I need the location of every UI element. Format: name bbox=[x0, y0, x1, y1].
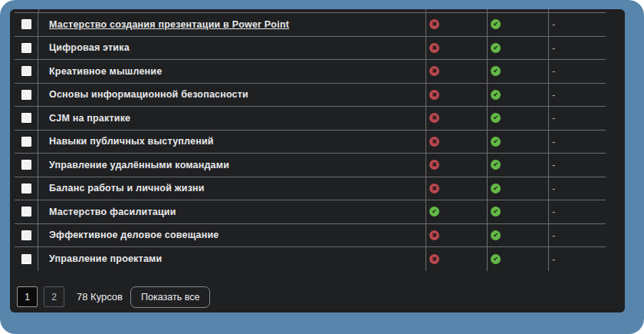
pagination: 1 2 78 Курсов Показать все bbox=[17, 286, 625, 308]
course-name-cell: Основы информационной безопасности bbox=[38, 84, 426, 107]
pagination-pages: 1 2 bbox=[17, 286, 71, 307]
checkbox-cell bbox=[15, 200, 38, 223]
column-divider-stub bbox=[548, 9, 549, 13]
extra-cell: - bbox=[548, 154, 606, 177]
pass-check-icon: ✔ bbox=[491, 19, 501, 29]
status1-cell: ✔ bbox=[426, 200, 487, 223]
row-checkbox[interactable] bbox=[21, 90, 31, 100]
status1-cell: ✖ bbox=[426, 60, 487, 83]
table-row: Управление удалёнными командами ✖ ✔ - bbox=[15, 154, 606, 177]
status2-cell: ✔ bbox=[487, 60, 548, 83]
row-checkbox[interactable] bbox=[21, 160, 31, 170]
course-name-cell: Цифровая этика bbox=[38, 37, 426, 60]
checkbox-cell bbox=[15, 107, 38, 130]
course-name-link[interactable]: Навыки публичных выступлений bbox=[49, 136, 214, 147]
status1-cell: ✖ bbox=[426, 107, 487, 130]
status1-cell: ✖ bbox=[426, 154, 487, 177]
course-name-link[interactable]: Креативное мышление bbox=[49, 66, 162, 77]
course-name-cell: Эффективное деловое совещание bbox=[38, 224, 426, 247]
status2-cell: ✔ bbox=[487, 224, 548, 247]
fail-cross-icon: ✖ bbox=[429, 66, 439, 76]
row-checkbox[interactable] bbox=[21, 207, 31, 217]
course-name-cell: Баланс работы и личной жизни bbox=[38, 177, 426, 200]
status2-cell: ✔ bbox=[487, 13, 548, 36]
course-name-link[interactable]: Управление удалёнными командами bbox=[49, 160, 229, 170]
fail-cross-icon: ✖ bbox=[429, 230, 439, 240]
pass-check-icon: ✔ bbox=[491, 207, 501, 217]
content-panel: Мастерство создания презентации в Power … bbox=[10, 9, 625, 313]
status1-cell: ✖ bbox=[426, 247, 487, 271]
course-name-link[interactable]: Мастерство создания презентации в Power … bbox=[49, 19, 289, 30]
pass-check-icon: ✔ bbox=[491, 66, 501, 76]
pass-check-icon: ✔ bbox=[491, 90, 501, 100]
status2-cell: ✔ bbox=[487, 37, 548, 60]
course-name-link[interactable]: CJM на практике bbox=[49, 113, 130, 124]
fail-cross-icon: ✖ bbox=[429, 19, 439, 29]
status1-cell: ✖ bbox=[426, 177, 487, 200]
pass-check-icon: ✔ bbox=[491, 113, 501, 123]
checkbox-cell bbox=[15, 247, 38, 271]
fail-cross-icon: ✖ bbox=[429, 90, 439, 100]
extra-cell-value: - bbox=[552, 42, 555, 54]
checkbox-cell bbox=[15, 131, 38, 154]
extra-cell: - bbox=[548, 200, 606, 223]
status2-cell: ✔ bbox=[487, 107, 548, 130]
fail-cross-icon: ✖ bbox=[429, 254, 439, 264]
pass-check-icon: ✔ bbox=[491, 230, 501, 240]
checkbox-cell bbox=[15, 224, 38, 247]
course-name-link[interactable]: Управление проектами bbox=[49, 253, 162, 264]
status1-cell: ✖ bbox=[426, 37, 487, 60]
fail-cross-icon: ✖ bbox=[429, 137, 439, 147]
extra-cell: - bbox=[548, 131, 606, 154]
course-name-link[interactable]: Основы информационной безопасности bbox=[49, 89, 248, 100]
row-checkbox[interactable] bbox=[21, 66, 31, 76]
checkbox-cell bbox=[15, 37, 38, 60]
table-row: Мастерство фасилитации ✔ ✔ - bbox=[15, 200, 606, 224]
status1-cell: ✖ bbox=[426, 84, 487, 107]
checkbox-cell bbox=[15, 177, 38, 200]
course-name-link[interactable]: Эффективное деловое совещание bbox=[49, 230, 219, 240]
status2-cell: ✔ bbox=[487, 154, 548, 177]
extra-cell: - bbox=[548, 107, 606, 130]
table-row: Основы информационной безопасности ✖ ✔ - bbox=[15, 84, 606, 107]
table-row: Управление проектами ✖ ✔ - bbox=[15, 247, 606, 271]
page-button-2[interactable]: 2 bbox=[44, 286, 64, 307]
course-name-link[interactable]: Мастерство фасилитации bbox=[49, 207, 176, 217]
course-name-link[interactable]: Баланс работы и личной жизни bbox=[49, 183, 205, 193]
courses-table: Мастерство создания презентации в Power … bbox=[15, 12, 606, 271]
column-divider-stub bbox=[487, 9, 488, 13]
status2-cell: ✔ bbox=[487, 200, 548, 223]
row-checkbox[interactable] bbox=[21, 19, 31, 29]
row-checkbox[interactable] bbox=[21, 113, 31, 123]
column-divider-stub bbox=[38, 9, 39, 13]
extra-cell: - bbox=[548, 37, 606, 60]
extra-cell-value: - bbox=[552, 89, 555, 101]
table-row: CJM на практике ✖ ✔ - bbox=[15, 107, 606, 131]
course-name-link[interactable]: Цифровая этика bbox=[49, 42, 130, 53]
table-row: Эффективное деловое совещание ✖ ✔ - bbox=[15, 224, 606, 248]
pass-check-icon: ✔ bbox=[491, 184, 501, 193]
status1-cell: ✖ bbox=[426, 224, 487, 247]
table-row: Баланс работы и личной жизни ✖ ✔ - bbox=[15, 177, 606, 201]
extra-cell: - bbox=[548, 247, 606, 271]
row-checkbox[interactable] bbox=[21, 184, 31, 193]
extra-cell: - bbox=[548, 60, 606, 83]
checkbox-cell bbox=[15, 84, 38, 107]
extra-cell-value: - bbox=[552, 159, 555, 170]
row-checkbox[interactable] bbox=[21, 230, 31, 240]
course-name-cell: CJM на практике bbox=[38, 107, 426, 130]
table-row: Креативное мышление ✖ ✔ - bbox=[15, 60, 606, 84]
row-checkbox[interactable] bbox=[21, 43, 31, 53]
row-checkbox[interactable] bbox=[21, 254, 31, 264]
status2-cell: ✔ bbox=[487, 131, 548, 154]
page-button-1[interactable]: 1 bbox=[17, 286, 38, 307]
course-name-cell: Навыки публичных выступлений bbox=[38, 131, 426, 154]
row-checkbox[interactable] bbox=[21, 137, 31, 147]
extra-cell-value: - bbox=[552, 18, 555, 30]
fail-cross-icon: ✖ bbox=[429, 184, 439, 193]
pass-check-icon: ✔ bbox=[491, 43, 501, 53]
status2-cell: ✔ bbox=[487, 177, 548, 200]
show-all-button[interactable]: Показать все bbox=[130, 286, 210, 308]
extra-cell-value: - bbox=[552, 112, 555, 124]
pass-check-icon: ✔ bbox=[491, 137, 501, 147]
